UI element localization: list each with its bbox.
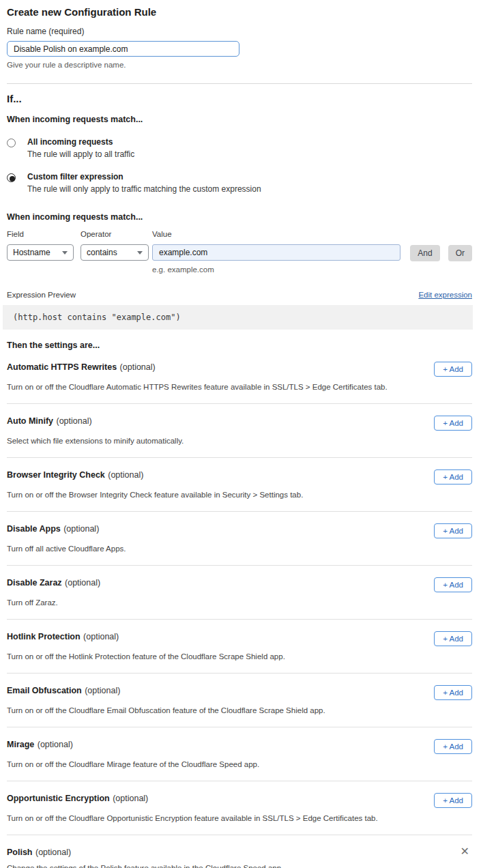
field-label: Field [7,230,74,238]
setting-head: Disable Zaraz (optional) + Add [7,576,472,592]
add-button[interactable]: + Add [434,362,472,377]
add-button[interactable]: + Add [434,469,472,484]
radio-texts: All incoming requests The rule will appl… [27,137,134,159]
field-column: Field Hostname [7,230,74,261]
setting-description: Turn on or off the Cloudflare Automatic … [7,383,472,391]
close-icon[interactable]: ✕ [461,847,469,856]
setting-description: Turn off all active Cloudflare Apps. [7,545,472,553]
expression-builder-heading: When incoming requests match... [7,212,472,222]
setting-head: Auto Minify (optional) + Add [7,414,472,431]
rule-name-input[interactable] [7,41,239,57]
then-settings-heading: Then the settings are... [7,341,472,350]
setting-title: Opportunistic Encryption (optional) [7,792,148,804]
setting-optional: (optional) [85,686,120,695]
setting-head: Browser Integrity Check (optional) + Add [7,468,472,484]
setting-section: Disable Apps (optional) + Add Turn off a… [7,512,472,566]
add-button[interactable]: + Add [434,523,472,538]
setting-head: Disable Apps (optional) + Add [7,522,472,538]
setting-name: Auto Minify [7,416,53,426]
match-heading: When incoming requests match... [7,115,472,124]
setting-name: Browser Integrity Check [7,470,105,480]
setting-name: Disable Apps [7,524,61,534]
setting-title: Hotlink Protection (optional) [7,630,119,642]
setting-title: Email Obfuscation (optional) [7,684,120,696]
setting-optional: (optional) [35,848,71,857]
operator-label: Operator [81,230,149,238]
setting-name: Disable Zaraz [7,578,62,588]
setting-section: Disable Zaraz (optional) + Add Turn off … [7,566,472,620]
setting-section: Hotlink Protection (optional) + Add Turn… [7,620,472,674]
polish-description: Change the settings of the Polish featur… [7,864,472,868]
setting-name: Email Obfuscation [7,686,82,695]
polish-title: Polish (optional) [7,845,71,858]
setting-description: Turn on or off the Cloudflare Mirage fea… [7,760,472,768]
setting-optional: (optional) [63,524,99,534]
operator-select-value: contains [87,248,117,257]
expression-preview-header: Expression Preview Edit expression [7,291,472,299]
radio-button-icon[interactable] [7,139,16,147]
setting-optional: (optional) [38,740,73,749]
expression-builder-row: Field Hostname Operator contains Value e… [7,230,472,274]
value-hint: e.g. example.com [152,265,400,274]
setting-title: Disable Zaraz (optional) [7,576,100,588]
setting-section: Email Obfuscation (optional) + Add Turn … [7,674,472,727]
chevron-down-icon [62,251,68,255]
radio-option-description: The rule will apply to all traffic [27,149,134,159]
setting-description: Turn on or off the Hotlink Protection fe… [7,652,472,661]
chevron-down-icon [137,251,143,255]
add-button[interactable]: + Add [434,416,472,431]
radio-option-description: The rule will only apply to traffic matc… [27,184,261,194]
value-column: Value e.g. example.com [152,230,400,274]
setting-description: Turn on or off the Browser Integrity Che… [7,491,472,499]
section-divider [7,83,472,84]
add-button[interactable]: + Add [434,793,472,808]
radio-option-custom-expression[interactable]: Custom filter expression The rule will o… [7,172,472,194]
setting-description: Turn on or off the Cloudflare Email Obfu… [7,706,472,714]
setting-head: Opportunistic Encryption (optional) + Ad… [7,792,472,808]
rule-name-help: Give your rule a descriptive name. [7,61,472,69]
add-button[interactable]: + Add [434,739,472,754]
setting-head: Email Obfuscation (optional) + Add [7,684,472,700]
if-heading: If... [7,93,472,104]
settings-list: Automatic HTTPS Rewrites (optional) + Ad… [7,350,472,835]
page-title: Create new Configuration Rule [7,6,472,18]
radio-button-icon[interactable] [7,173,16,182]
or-button[interactable]: Or [448,245,472,261]
rule-name-label: Rule name (required) [7,27,472,36]
value-input[interactable] [152,244,400,261]
setting-optional: (optional) [120,362,156,372]
add-button[interactable]: + Add [434,577,472,592]
setting-description: Turn on or off the Cloudflare Opportunis… [7,814,472,822]
operator-select[interactable]: contains [81,244,149,261]
setting-optional: (optional) [108,470,143,480]
radio-option-label: Custom filter expression [27,172,261,182]
value-label: Value [152,230,400,238]
setting-section: Opportunistic Encryption (optional) + Ad… [7,781,472,835]
setting-title: Disable Apps (optional) [7,522,99,534]
field-select[interactable]: Hostname [7,244,74,261]
setting-section: Mirage (optional) + Add Turn on or off t… [7,727,472,781]
operator-column: Operator contains [81,230,149,261]
setting-name: Automatic HTTPS Rewrites [7,362,117,372]
field-select-value: Hostname [13,248,50,257]
radio-option-label: All incoming requests [27,137,134,147]
edit-expression-link[interactable]: Edit expression [418,291,472,299]
and-or-buttons: And Or [410,230,472,261]
expression-preview-label: Expression Preview [7,291,76,299]
add-button[interactable]: + Add [434,685,472,700]
setting-title: Browser Integrity Check (optional) [7,468,143,480]
setting-section: Browser Integrity Check (optional) + Add… [7,458,472,512]
setting-title: Auto Minify (optional) [7,414,92,426]
configuration-rule-form: Create new Configuration Rule Rule name … [0,0,481,868]
setting-title: Automatic HTTPS Rewrites (optional) [7,360,156,373]
radio-option-all-requests[interactable]: All incoming requests The rule will appl… [7,137,472,159]
setting-optional: (optional) [57,416,92,426]
radio-texts: Custom filter expression The rule will o… [27,172,261,194]
add-button[interactable]: + Add [434,631,472,646]
and-button[interactable]: And [410,245,439,261]
setting-optional: (optional) [113,794,148,803]
setting-optional: (optional) [65,578,100,588]
setting-section-polish: Polish (optional) ✕ Change the settings … [7,835,472,868]
setting-head: Automatic HTTPS Rewrites (optional) + Ad… [7,360,472,377]
setting-head: Hotlink Protection (optional) + Add [7,630,472,646]
